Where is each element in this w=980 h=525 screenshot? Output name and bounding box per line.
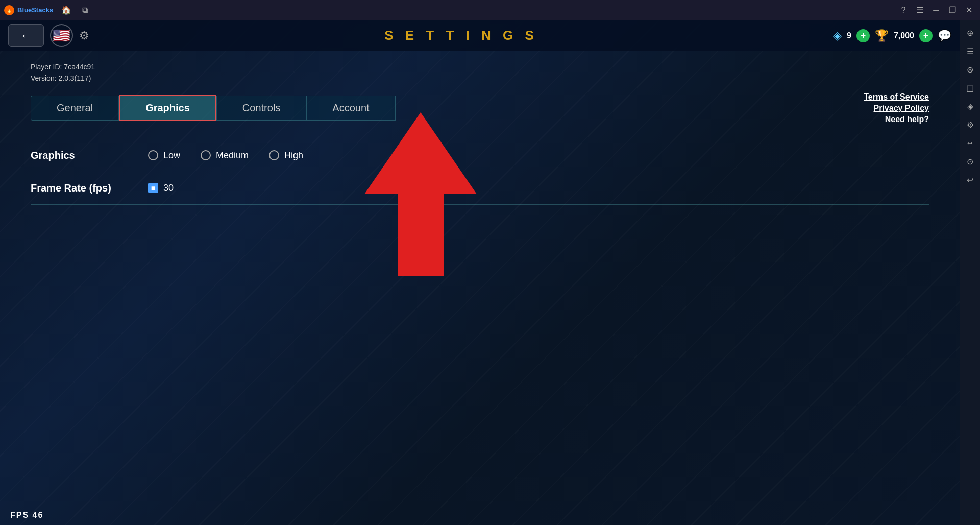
settings-icon[interactable]: ⚙	[79, 29, 89, 42]
right-sidebar: ⊕ ☰ ⊛ ◫ ◈ ⚙ ↔ ⊙ ↩	[960, 20, 980, 525]
sidebar-icon-9[interactable]: ↩	[962, 172, 978, 188]
sidebar-icon-1[interactable]: ⊕	[962, 25, 978, 41]
sidebar-icon-8[interactable]: ⊙	[962, 153, 978, 170]
tabs-row: General Graphics Controls Account Terms …	[31, 92, 929, 124]
tab-general[interactable]: General	[31, 96, 119, 121]
player-id: Player ID: 7ca44c91	[31, 61, 929, 73]
topbar-right: ◈ 9 + 🏆 7,000 + 💬	[833, 29, 951, 42]
graphics-high-radio[interactable]	[269, 150, 279, 160]
game-topbar: ← 🇺🇸 ⚙ S E T T I N G S ◈ 9 + 🏆 7,000 + 💬	[0, 20, 960, 51]
sidebar-icon-6[interactable]: ⚙	[962, 116, 978, 133]
page-title: S E T T I N G S	[95, 28, 827, 43]
gold-count: 7,000	[894, 31, 914, 40]
window-controls: ? ☰ ─ ❐ ✕	[896, 3, 976, 17]
graphics-high-option[interactable]: High	[269, 150, 303, 161]
links-section: Terms of Service Privacy Policy Need hel…	[864, 92, 929, 124]
sidebar-icon-4[interactable]: ◫	[962, 80, 978, 96]
sidebar-icon-5[interactable]: ◈	[962, 98, 978, 114]
privacy-link[interactable]: Privacy Policy	[873, 104, 929, 113]
titlebar-nav: 🏠 ⧉	[59, 3, 92, 17]
player-version: Version: 2.0.3(117)	[31, 73, 929, 84]
home-button[interactable]: 🏠	[59, 3, 74, 17]
minimize-button[interactable]: ─	[929, 3, 943, 17]
framerate-30-option[interactable]: ■ 30	[148, 183, 174, 194]
graphics-low-label: Low	[163, 150, 180, 161]
settings-content: Player ID: 7ca44c91 Version: 2.0.3(117) …	[0, 51, 960, 215]
game-area: ← 🇺🇸 ⚙ S E T T I N G S ◈ 9 + 🏆 7,000 + 💬…	[0, 20, 960, 525]
framerate-30-checkbox[interactable]: ■	[148, 183, 158, 193]
graphics-low-option[interactable]: Low	[148, 150, 180, 161]
help-link[interactable]: Need help?	[885, 115, 929, 124]
close-button[interactable]: ✕	[962, 3, 976, 17]
multi-button[interactable]: ⧉	[78, 3, 92, 17]
app-name: BlueStacks	[17, 6, 53, 14]
player-info: Player ID: 7ca44c91 Version: 2.0.3(117)	[31, 61, 929, 84]
sidebar-icon-7[interactable]: ↔	[962, 135, 978, 151]
graphics-medium-label: Medium	[216, 150, 249, 161]
framerate-30-label: 30	[163, 183, 174, 194]
diamond-count: 9	[847, 31, 851, 40]
main-layout: ← 🇺🇸 ⚙ S E T T I N G S ◈ 9 + 🏆 7,000 + 💬…	[0, 20, 980, 525]
help-button[interactable]: ?	[896, 3, 911, 17]
graphics-high-label: High	[284, 150, 303, 161]
restore-button[interactable]: ❐	[945, 3, 960, 17]
framerate-row: Frame Rate (fps) ■ 30	[31, 172, 929, 205]
tab-controls[interactable]: Controls	[216, 96, 306, 121]
back-button[interactable]: ←	[8, 24, 44, 47]
titlebar: 🔥 BlueStacks 🏠 ⧉ ? ☰ ─ ❐ ✕	[0, 0, 980, 20]
chat-icon[interactable]: 💬	[938, 29, 951, 42]
avatar: 🇺🇸	[50, 24, 73, 47]
app-logo-icon: 🔥	[4, 5, 14, 15]
tab-graphics[interactable]: Graphics	[119, 95, 216, 121]
diamond-icon: ◈	[833, 29, 842, 42]
app-logo: 🔥 BlueStacks	[4, 5, 53, 15]
trophy-icon: 🏆	[875, 29, 889, 42]
tab-account[interactable]: Account	[306, 96, 395, 121]
framerate-label: Frame Rate (fps)	[31, 182, 133, 194]
graphics-low-radio[interactable]	[148, 150, 158, 160]
graphics-options: Low Medium High	[148, 150, 303, 161]
graphics-row: Graphics Low Medium High	[31, 139, 929, 172]
sidebar-icon-3[interactable]: ⊛	[962, 61, 978, 78]
terms-link[interactable]: Terms of Service	[864, 92, 929, 102]
graphics-medium-radio[interactable]	[201, 150, 211, 160]
add-diamond-button[interactable]: +	[856, 29, 870, 42]
graphics-medium-option[interactable]: Medium	[201, 150, 249, 161]
add-gold-button[interactable]: +	[919, 29, 933, 42]
menu-button[interactable]: ☰	[913, 3, 927, 17]
sidebar-icon-2[interactable]: ☰	[962, 43, 978, 59]
graphics-label: Graphics	[31, 150, 133, 161]
fps-counter: FPS 46	[10, 511, 43, 520]
